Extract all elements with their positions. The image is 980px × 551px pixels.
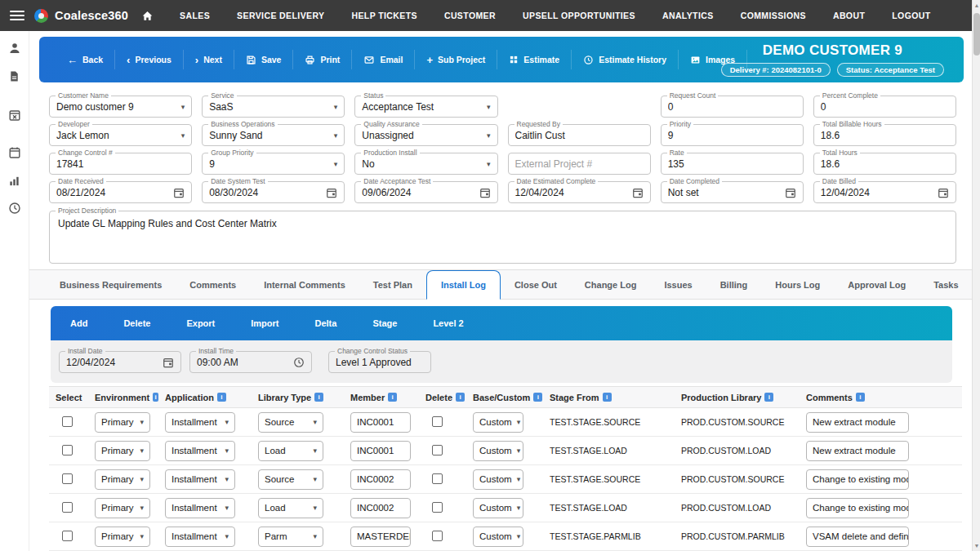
application-select[interactable]: Installment▾: [165, 498, 235, 518]
install-date-field[interactable]: Install Date 12/04/2024: [59, 351, 181, 373]
previous-button[interactable]: ‹ Previous: [115, 50, 184, 69]
date-acceptance-test-field[interactable]: Date Acceptance Test 09/06/2024: [354, 181, 497, 203]
environment-select[interactable]: Primary▾: [95, 527, 150, 547]
environment-select[interactable]: Primary▾: [95, 469, 150, 490]
nav-item-analytics[interactable]: ANALYTICS: [662, 11, 714, 20]
comments-input[interactable]: Change to existing module: [806, 469, 909, 490]
level-2-button[interactable]: Level 2: [433, 318, 463, 328]
base-custom-select[interactable]: Custom▾: [473, 469, 523, 490]
row-select-checkbox[interactable]: [62, 473, 73, 484]
tab-change-log[interactable]: Change Log: [571, 270, 651, 299]
change-control-field[interactable]: Change Control # 17841: [49, 153, 192, 175]
status-select[interactable]: Status Acceptance Test ▾: [354, 96, 497, 118]
date-estimated-complete-field[interactable]: Date Estimated Complete 12/04/2024: [508, 181, 651, 203]
calendar-icon[interactable]: [632, 187, 644, 198]
tab-install-log[interactable]: Install Log: [426, 270, 501, 300]
application-select[interactable]: Installment▾: [165, 441, 235, 461]
member-input[interactable]: INC0002: [350, 469, 411, 490]
bar-chart-icon[interactable]: [7, 173, 22, 188]
home-icon[interactable]: [141, 10, 154, 22]
base-custom-select[interactable]: Custom▾: [473, 498, 523, 518]
tab-tasks[interactable]: Tasks: [920, 270, 972, 299]
export-button[interactable]: Export: [186, 318, 215, 328]
nav-item-logout[interactable]: LOGOUT: [892, 11, 930, 20]
info-icon[interactable]: i: [456, 393, 465, 402]
info-icon[interactable]: i: [217, 393, 226, 402]
date-billed-field[interactable]: Date Billed 12/04/2024: [813, 181, 956, 203]
info-icon[interactable]: i: [388, 393, 397, 402]
rate-field[interactable]: Rate 135: [661, 153, 804, 175]
person-icon[interactable]: [7, 41, 22, 56]
sub-project-button[interactable]: + Sub Project: [415, 50, 497, 69]
tab-issues[interactable]: Issues: [650, 270, 706, 299]
info-icon[interactable]: i: [533, 393, 542, 402]
application-select[interactable]: Installment▾: [165, 412, 235, 433]
nav-item-about[interactable]: ABOUT: [833, 11, 865, 20]
application-select[interactable]: Installment▾: [165, 527, 235, 547]
row-delete-checkbox[interactable]: [432, 531, 443, 541]
environment-select[interactable]: Primary▾: [95, 412, 150, 433]
hamburger-menu-icon[interactable]: [10, 8, 24, 23]
tab-comments[interactable]: Comments: [176, 270, 250, 299]
info-icon[interactable]: i: [764, 393, 773, 402]
row-select-checkbox[interactable]: [62, 531, 73, 541]
group-priority-select[interactable]: Group Priority 9 ▾: [202, 153, 345, 175]
member-input[interactable]: INC0002: [350, 498, 411, 518]
delta-button[interactable]: Delta: [315, 318, 337, 328]
nav-item-upsell-opportunities[interactable]: UPSELL OPPORTUNITIES: [523, 11, 635, 20]
calendar-icon[interactable]: [479, 187, 491, 198]
base-custom-select[interactable]: Custom▾: [473, 441, 523, 461]
clock-icon[interactable]: [7, 201, 22, 216]
base-custom-select[interactable]: Custom▾: [473, 412, 523, 433]
quality-assurance-select[interactable]: Quality Assurance Unassigned ▾: [354, 124, 497, 146]
install-time-field[interactable]: Install Time 09:00 AM: [189, 351, 312, 373]
customer-name-select[interactable]: Customer Name Demo customer 9 ▾: [49, 96, 192, 118]
change-control-status-field[interactable]: Change Control Status Level 1 Approved: [328, 351, 431, 373]
add-button[interactable]: Add: [70, 318, 87, 328]
info-icon[interactable]: i: [856, 393, 865, 402]
service-select[interactable]: Service SaaS ▾: [202, 96, 345, 118]
nav-item-customer[interactable]: CUSTOMER: [444, 11, 496, 20]
document-icon[interactable]: [7, 69, 22, 83]
next-button[interactable]: › Next: [184, 50, 234, 69]
tab-hours-log[interactable]: Hours Log: [761, 270, 834, 299]
row-select-checkbox[interactable]: [62, 445, 73, 455]
calendar-icon[interactable]: [173, 187, 185, 198]
member-input[interactable]: INC0001: [350, 441, 411, 461]
date-completed-field[interactable]: Date Completed Not set: [661, 181, 804, 203]
row-delete-checkbox[interactable]: [432, 473, 443, 484]
member-input[interactable]: INC0001: [350, 412, 411, 433]
back-button[interactable]: ← Back: [56, 50, 115, 69]
info-icon[interactable]: i: [314, 393, 323, 402]
nav-item-service-delivery[interactable]: SERVICE DELIVERY: [237, 11, 324, 20]
developer-select[interactable]: Developer Jack Lemon ▾: [49, 124, 192, 146]
calendar-icon[interactable]: [938, 187, 949, 198]
estimate-history-button[interactable]: Estimate History: [572, 50, 679, 69]
tab-internal-comments[interactable]: Internal Comments: [250, 270, 359, 299]
member-input[interactable]: MASTERDEF: [350, 527, 411, 547]
nav-item-commissions[interactable]: COMMISSIONS: [741, 11, 806, 20]
comments-input[interactable]: VSAM delete and define: [806, 527, 909, 547]
priority-field[interactable]: Priority 9: [661, 124, 804, 146]
comments-input[interactable]: Change to existing module: [806, 498, 909, 518]
row-select-checkbox[interactable]: [62, 502, 73, 513]
vertical-scrollbar[interactable]: ▲ ▼: [972, 0, 980, 551]
requested-by-field[interactable]: Requested By Caitlin Cust: [508, 124, 651, 146]
comments-input[interactable]: New extract module: [806, 412, 909, 433]
nav-item-sales[interactable]: SALES: [180, 11, 210, 20]
base-custom-select[interactable]: Custom▾: [473, 527, 523, 547]
scroll-up-icon[interactable]: ▲: [973, 2, 980, 8]
calendar-icon[interactable]: [785, 187, 796, 198]
tab-approval-log[interactable]: Approval Log: [834, 270, 920, 299]
print-button[interactable]: Print: [293, 50, 352, 69]
info-icon[interactable]: i: [153, 393, 158, 402]
library-type-select[interactable]: Load▾: [258, 498, 323, 518]
nav-item-help-tickets[interactable]: HELP TICKETS: [351, 11, 416, 20]
comments-input[interactable]: New extract module: [806, 441, 909, 461]
library-type-select[interactable]: Load▾: [258, 441, 323, 461]
delete-button[interactable]: Delete: [123, 318, 150, 328]
row-select-checkbox[interactable]: [62, 416, 73, 427]
total-hours-field[interactable]: Total Hours 18.6: [813, 153, 956, 175]
calendar-busy-icon[interactable]: [7, 108, 22, 122]
environment-select[interactable]: Primary▾: [95, 441, 150, 461]
